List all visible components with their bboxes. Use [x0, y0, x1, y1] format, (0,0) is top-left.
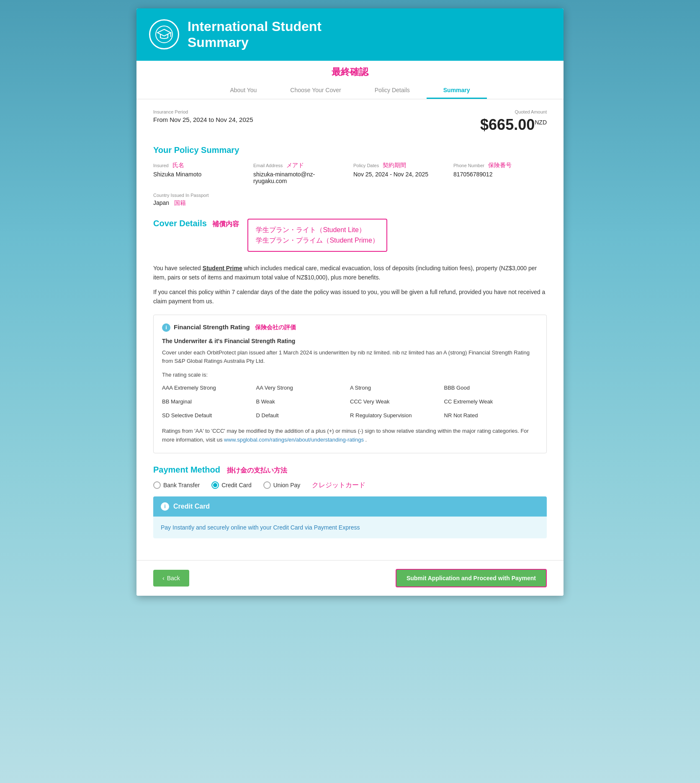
spglobal-link[interactable]: www.spglobal.com/ratings/en/about/unders…: [224, 437, 365, 443]
payment-section: Payment Method 掛け金の支払い方法 Bank Transfer C…: [153, 465, 547, 538]
dates-cell: Policy Dates 契約期間 Nov 25, 2024 - Nov 24,…: [353, 162, 447, 184]
payment-title: Payment Method 掛け金の支払い方法: [153, 465, 547, 475]
union-pay-option[interactable]: Union Pay: [263, 481, 301, 489]
back-arrow-icon: ‹: [162, 575, 165, 581]
rating-ccc: CCC Very Weak: [350, 396, 444, 407]
rating-aa: AA Very Strong: [256, 382, 350, 393]
credit-card-radio-inner: [213, 483, 217, 487]
rating-a: A Strong: [350, 382, 444, 393]
email-label: Email Address メアド: [253, 162, 347, 169]
period-label: Insurance Period: [153, 109, 253, 114]
period-left: Insurance Period From Nov 25, 2024 to No…: [153, 109, 253, 123]
credit-jp-label: クレジットカード: [312, 481, 365, 490]
tab-cover[interactable]: Choose Your Cover: [273, 83, 358, 99]
rating-d: D Default: [256, 410, 350, 421]
insured-cell: Insured 氏名 Shizuka Minamoto: [153, 162, 247, 184]
quoted-amount: $665.00NZD: [480, 116, 547, 134]
policy-summary-title: Your Policy Summary: [153, 145, 547, 155]
main-content: Insurance Period From Nov 25, 2024 to No…: [136, 99, 564, 560]
progress-bar: 最終確認 About You Choose Your Cover Policy …: [136, 61, 564, 99]
payment-options: Bank Transfer Credit Card Union Pay クレジッ…: [153, 481, 547, 490]
rating-bb: BB Marginal: [162, 396, 256, 407]
submit-button[interactable]: Submit Application and Proceed with Paym…: [396, 569, 547, 587]
financial-info-icon: i: [162, 323, 170, 332]
rating-aaa: AAA Extremely Strong: [162, 382, 256, 393]
progress-label-jp: 最終確認: [136, 66, 564, 78]
credit-card-option[interactable]: Credit Card: [211, 481, 252, 489]
financial-desc: Cover under each OrbitProtect plan issue…: [162, 349, 538, 366]
bank-transfer-radio[interactable]: [153, 481, 161, 489]
passport-label: Country Issued In Passport: [153, 193, 547, 198]
plan-box: 学生プラン・ライト（Student Lite） 学生プラン・プライム（Stude…: [247, 219, 387, 252]
page-container: International Student Summary 最終確認 About…: [136, 8, 564, 596]
cover-text: You have selected Student Prime which in…: [153, 264, 547, 282]
phone-cell: Phone Number 保険番号 8170567890​12: [453, 162, 547, 184]
refund-text: If you cancel this policy within 7 calen…: [153, 287, 547, 306]
back-button[interactable]: ‹ Back: [153, 570, 189, 587]
rating-grid: AAA Extremely Strong AA Very Strong A St…: [162, 382, 538, 421]
insured-value: Shizuka Minamoto: [153, 171, 247, 178]
email-value: shizuka-minamoto@nz-ryugaku.com: [253, 171, 347, 184]
credit-card-radio[interactable]: [211, 481, 219, 489]
steps-tabs: About You Choose Your Cover Policy Detai…: [136, 83, 564, 99]
rating-bbb: BBB Good: [444, 382, 538, 393]
period-value: From Nov 25, 2024 to Nov 24, 2025: [153, 116, 253, 123]
policy-info-grid: Insured 氏名 Shizuka Minamoto Email Addres…: [153, 162, 547, 184]
financial-subtitle: The Underwriter & it's Financial Strengt…: [162, 338, 538, 344]
email-cell: Email Address メアド shizuka-minamoto@nz-ry…: [253, 162, 347, 184]
insured-label: Insured 氏名: [153, 162, 247, 169]
period-right: Quoted Amount $665.00NZD: [480, 109, 547, 134]
tab-about[interactable]: About You: [213, 83, 273, 99]
currency: NZD: [535, 119, 547, 126]
tab-summary[interactable]: Summary: [427, 83, 487, 99]
period-bar: Insurance Period From Nov 25, 2024 to No…: [153, 109, 547, 134]
credit-card-box: i Credit Card Pay Instantly and securely…: [153, 496, 547, 538]
rating-cc: CC Extremely Weak: [444, 396, 538, 407]
financial-header-title: Financial Strength Rating 保険会社の評価: [174, 323, 296, 331]
quoted-label: Quoted Amount: [480, 109, 547, 114]
financial-note: Ratings from 'AA' to 'CCC' may be modifi…: [162, 427, 538, 444]
financial-box: i Financial Strength Rating 保険会社の評価 The …: [153, 315, 547, 453]
rating-scale-label: The rating scale is:: [162, 372, 538, 378]
credit-card-header: i Credit Card: [153, 496, 547, 517]
rating-nr: NR Not Rated: [444, 410, 538, 421]
dates-value: Nov 25, 2024 - Nov 24, 2025: [353, 171, 447, 178]
rating-b: B Weak: [256, 396, 350, 407]
credit-card-desc: Pay Instantly and securely online with y…: [161, 524, 539, 531]
credit-card-body: Pay Instantly and securely online with y…: [153, 517, 547, 538]
cover-section: Cover Details 補償内容 学生プラン・ライト（Student Lit…: [153, 219, 547, 306]
tab-policy[interactable]: Policy Details: [358, 83, 427, 99]
credit-card-title: Credit Card: [173, 503, 210, 510]
bank-transfer-option[interactable]: Bank Transfer: [153, 481, 200, 489]
passport-row: Country Issued In Passport Japan 国籍: [153, 193, 547, 207]
svg-marker-1: [157, 29, 171, 36]
phone-value: 8170567890​12: [453, 171, 547, 178]
union-pay-radio[interactable]: [263, 481, 271, 489]
phone-label: Phone Number 保険番号: [453, 162, 547, 169]
credit-card-icon: i: [161, 502, 169, 511]
header-title: International Student Summary: [188, 18, 322, 51]
rating-sd: SD Selective Default: [162, 410, 256, 421]
bottom-nav: ‹ Back Submit Application and Proceed wi…: [136, 560, 564, 596]
svg-point-0: [156, 26, 172, 43]
header: International Student Summary: [136, 8, 564, 61]
rating-r: R Regulatory Supervision: [350, 410, 444, 421]
brand-logo: [149, 19, 179, 49]
dates-label: Policy Dates 契約期間: [353, 162, 447, 169]
passport-value: Japan 国籍: [153, 199, 547, 207]
financial-header: i Financial Strength Rating 保険会社の評価: [162, 323, 538, 332]
cover-title: Cover Details 補償内容: [153, 219, 239, 229]
